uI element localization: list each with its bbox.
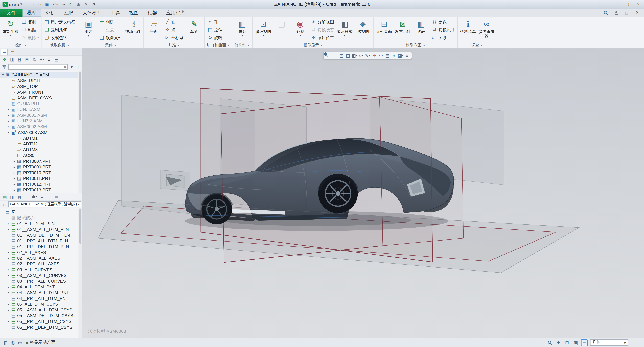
dragger-button[interactable]: ✥ [555,339,562,346]
browser-toggle-button[interactable]: ◎ [10,339,16,346]
model-tree-item[interactable]: ▾▣GAINIANCHE.ASM [0,72,78,78]
expander-icon[interactable]: ▸ [6,107,10,111]
undo-button[interactable]: ↶▾ [51,1,59,8]
tab-工具[interactable]: 工具 [106,9,124,17]
spin-center-button[interactable]: ✛ [371,52,377,58]
ribbon-group-label[interactable]: 调查▼ [460,42,495,48]
model-tree-filter-input[interactable] [10,65,64,69]
model-tree-item[interactable]: ▨GUJIA.PRT [0,101,78,106]
list-button[interactable]: ≡ [46,194,52,200]
repaint-button[interactable]: ▧ [345,52,351,58]
customize-button[interactable]: ▾ [90,1,98,8]
close-window-button[interactable]: ✕ [82,1,90,8]
user-button[interactable] [613,10,619,16]
ribbon-button-草绘[interactable]: ✎草绘 [186,18,203,42]
model-tree-item[interactable]: ▸▨PRT0007.PRT [0,158,78,164]
console-button[interactable]: ▭ [17,339,23,346]
tree-columns-button[interactable]: ▦ [16,56,23,62]
layer-tree-item[interactable]: ▤01__ASM_DEF_DTM_PLN [0,232,78,238]
filter-funnel-button[interactable] [2,65,7,69]
layer-tree-item[interactable]: ▸▤05__ASM_ALL_DTM_CSYS [0,307,78,313]
column-button[interactable]: ▦ [16,194,23,200]
layer-tree-item[interactable]: ▤01__PRT_ALL_DTM_PLN [0,238,78,244]
ribbon-button-坐标系[interactable]: 坐标系 [164,34,184,41]
maximize-button[interactable]: ▢ [622,0,633,8]
ribbon-group-label[interactable]: 元件▼ [80,42,142,48]
model-tree-scrollbar[interactable] [78,71,82,193]
model-tree-item[interactable]: ▸▣ASM0001.ASM [0,112,78,118]
tab-模型[interactable]: 模型 [23,9,41,17]
model-tree-item[interactable]: ▱ASM_RIGHT [0,78,78,83]
layer-tree-item[interactable]: ▸▤02__ASM_ALL_AXES [0,255,78,261]
ribbon-button-编辑位置[interactable]: ✥编辑位置 [310,34,335,41]
ribbon-button-关系[interactable]: d=关系 [431,34,456,41]
ribbon-button-管理视图[interactable]: ⊡管理视图▾ [255,18,272,42]
ribbon-button-复制[interactable]: ❏复制 [20,18,40,26]
model-tree-button[interactable]: ❖ [2,56,8,62]
new-layer-button[interactable]: + [24,194,30,200]
layer-tree-item[interactable]: ▤02__PRT_ALL_AXES [0,261,78,267]
ribbon-button-物料清单[interactable]: ℹ物料清单 [460,18,477,42]
ribbon-button-旋转[interactable]: ↻旋转 [206,34,223,41]
model-tree-item[interactable]: ▸▨PRT0011.PRT [0,175,78,181]
selection-buffer-button[interactable]: ▭ [581,339,588,346]
ribbon-group-label[interactable]: 基准▼ [145,42,203,48]
layer-tree-item[interactable]: ▸▤03__ASM_ALL_CURVES [0,272,78,278]
expander-icon[interactable]: ▸ [6,222,10,225]
new-file-button[interactable]: ▢ [28,1,36,8]
overflow-button[interactable]: » [46,56,52,62]
ribbon-group-label[interactable]: 修饰符▼ [234,42,251,48]
ribbon-button-收缩包络[interactable]: ▢收缩包络 [43,34,76,41]
layer-tree-item[interactable]: ▸▤05_ALL_DTM_CSYS [0,301,78,307]
filter-dropdown-button[interactable]: ▾ [69,65,74,69]
ribbon-button-用户定义特征[interactable]: ◫用户定义特征 [43,18,76,26]
layer-model-combo[interactable]: GAINIANCHE.ASM (顶层模型, 活动的) ▾ [8,201,82,207]
perspective-button[interactable]: ◈ [391,52,397,58]
find-button[interactable] [546,339,553,346]
ribbon-button-切换尺寸[interactable]: ⇄切换尺寸 [431,26,456,34]
model-tree-tab-button[interactable]: ▤ [1,49,8,55]
selection-filter-combo[interactable]: 几何 ▾ [590,339,628,346]
layers-button[interactable]: ▤ [2,194,8,200]
tab-人体模型[interactable]: 人体模型 [78,9,106,17]
ribbon-button-轴[interactable]: ╱轴 [164,18,184,26]
layer-tree-item[interactable]: ▸▤04__ASM_ALL_DTM_PNT [0,290,78,295]
save-button[interactable]: ▣ [44,1,51,8]
expander-icon[interactable]: ▸ [6,125,10,128]
annotation-display-button[interactable]: ✎▾ [365,52,370,58]
expander-icon[interactable]: ▸ [6,119,10,123]
add-filter-button[interactable]: + [76,65,81,69]
search-button[interactable] [603,10,609,16]
expander-icon[interactable]: ▸ [12,176,16,180]
ribbon-button-参数[interactable]: {}参数 [431,18,456,26]
graphics-settings-button[interactable]: ≡ [404,52,410,58]
expander-icon[interactable]: ▸ [12,165,16,169]
saved-orientations-button[interactable]: ⌂▾ [378,52,384,58]
expander-icon[interactable]: ▸ [6,250,10,254]
ribbon-button-透视图[interactable]: ◈透视图 [354,18,372,42]
zoom-out-button[interactable] [332,52,338,58]
overflow-button[interactable]: » [38,194,45,200]
ribbon-button-显示样式[interactable]: ◧显示样式▾ [336,18,354,42]
help-button[interactable]: ? [634,10,640,16]
layer-tree-item[interactable]: ▨隐藏的项 [0,215,78,221]
multi-select-button[interactable]: ▣ [572,339,579,346]
model-tree-item[interactable]: ASM_DEF_CSYS [0,95,78,101]
ribbon-button-镜像元件[interactable]: ◫镜像元件 [98,34,123,41]
tab-视图[interactable]: 视图 [124,9,143,17]
layer-tree-item[interactable]: ▸▤03_ALL_CURVES [0,267,78,272]
tab-分析[interactable]: 分析 [41,9,60,17]
ribbon-group-label[interactable]: 模型意图▼ [376,42,456,48]
refit-button[interactable]: ◰ [338,52,344,58]
expander-icon[interactable]: ▸ [6,319,10,323]
layer-tree-item[interactable]: ▤层 [0,209,78,215]
model-tree-item[interactable]: ▸▨PRT0012.PRT [0,181,78,187]
display-options-button[interactable]: ⊡ [623,10,630,16]
expander-icon[interactable]: ▾ [1,73,5,77]
expander-icon[interactable]: ▸ [12,188,16,192]
open-file-button[interactable]: ▱ [36,1,43,8]
datum-display-button[interactable]: ▱▾ [358,52,364,58]
layer-settings-button[interactable]: ✱▾ [31,194,38,200]
expander-icon[interactable]: ▸ [6,291,10,294]
model-tree-item[interactable]: ▱ADTM2 [0,141,78,147]
